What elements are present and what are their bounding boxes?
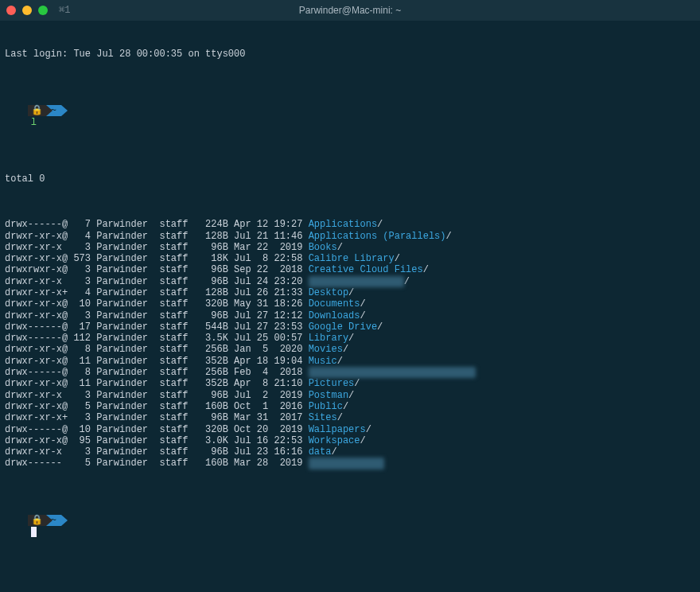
prompt-arrow-icon xyxy=(46,105,52,116)
list-item: drwxr-xr-x+ 3 Parwinder staff 96B Mar 31… xyxy=(5,412,695,423)
dir-suffix: / xyxy=(337,412,343,423)
terminal-cursor[interactable] xyxy=(31,527,37,537)
list-item: drwx------@ 112 Parwinder staff 3.5K Jul… xyxy=(5,333,695,344)
file-meta: drwx------@ 8 Parwinder staff 256B Feb 4… xyxy=(5,367,309,378)
file-meta: drwxr-xr-x 3 Parwinder staff 96B Jul 2 2… xyxy=(5,390,309,401)
list-item: drwxr-xr-x@ 11 Parwinder staff 352B Apr … xyxy=(5,356,695,367)
dir-suffix: / xyxy=(343,344,348,355)
list-item: drwxr-xr-x@ 10 Parwinder staff 320B May … xyxy=(5,298,695,310)
file-meta: drwxrwxr-x@ 3 Parwinder staff 96B Sep 22… xyxy=(5,264,309,275)
file-meta: drwxr-xr-x+ 4 Parwinder staff 128B Jul 2… xyxy=(5,287,309,298)
file-meta: drwxr-xr-x@ 10 Parwinder staff 320B May … xyxy=(5,298,309,310)
lock-icon: 🔒 xyxy=(28,105,46,116)
redacted-filename: ████████ xyxy=(309,276,404,287)
file-name: Public xyxy=(309,401,343,412)
redacted-filename: ████████ xyxy=(309,458,384,469)
file-name: Postman xyxy=(309,390,348,401)
list-item: drwxr-xr-x@ 8 Parwinder staff 256B Jan 5… xyxy=(5,344,695,355)
list-item: drwxr-xr-x 3 Parwinder staff 96B Jul 24 … xyxy=(5,276,695,287)
dir-suffix: / xyxy=(331,446,336,458)
file-name: Desktop xyxy=(309,287,348,298)
dir-suffix: / xyxy=(337,356,343,367)
list-item: drwx------@ 7 Parwinder staff 224B Apr 1… xyxy=(5,219,695,230)
file-meta: drwxr-xr-x 3 Parwinder staff 96B Mar 22 … xyxy=(5,242,309,253)
dir-suffix: / xyxy=(446,231,452,242)
dir-suffix: / xyxy=(348,287,354,298)
list-item: drwxr-xr-x@ 3 Parwinder staff 96B Jul 27… xyxy=(5,310,695,321)
file-meta: drwxr-xr-x@ 3 Parwinder staff 96B Jul 27… xyxy=(5,310,309,321)
file-name: Applications xyxy=(309,219,377,230)
list-item: drwx------@ 10 Parwinder staff 320B Oct … xyxy=(5,424,695,435)
prompt-arrow-icon xyxy=(46,515,52,526)
dir-suffix: / xyxy=(337,242,343,253)
prompt-line-1: 🔒 ~ l xyxy=(5,94,695,139)
list-item: drwxr-xr-x@ 5 Parwinder staff 160B Oct 1… xyxy=(5,401,695,412)
list-item: drwxr-xr-x@ 95 Parwinder staff 3.0K Jul … xyxy=(5,435,695,446)
file-name: Movies xyxy=(309,344,343,355)
dir-suffix: / xyxy=(377,321,383,333)
list-item: drwxr-xr-x 3 Parwinder staff 96B Jul 23 … xyxy=(5,446,695,458)
dir-suffix: / xyxy=(377,219,383,230)
zoom-window-button[interactable] xyxy=(38,6,48,15)
file-meta: drwx------@ 7 Parwinder staff 224B Apr 1… xyxy=(5,219,309,230)
file-meta: drwxr-xr-x@ 11 Parwinder staff 352B Apr … xyxy=(5,356,309,367)
list-item: drwxr-xr-x 3 Parwinder staff 96B Mar 22 … xyxy=(5,242,695,253)
dir-suffix: / xyxy=(348,390,354,401)
list-item: drwx------@ 17 Parwinder staff 544B Jul … xyxy=(5,321,695,333)
list-item: drwxr-xr-x@ 4 Parwinder staff 128B Jul 2… xyxy=(5,231,695,242)
file-meta: drwxr-xr-x 3 Parwinder staff 96B Jul 23 … xyxy=(5,446,309,458)
file-name: Documents xyxy=(309,298,360,310)
traffic-lights xyxy=(6,6,48,15)
typed-command: l xyxy=(31,117,37,128)
dir-suffix: / xyxy=(360,435,365,446)
file-meta: drwxr-xr-x@ 8 Parwinder staff 256B Jan 5… xyxy=(5,344,309,355)
list-item: drwxr-xr-x 3 Parwinder staff 96B Jul 2 2… xyxy=(5,390,695,401)
dir-suffix: / xyxy=(354,378,360,389)
dir-suffix: / xyxy=(395,253,400,264)
file-name: Pictures xyxy=(309,378,355,389)
prompt-arrow-end-icon xyxy=(61,105,68,116)
close-window-button[interactable] xyxy=(6,6,16,15)
prompt-arrow-end-icon xyxy=(61,515,68,526)
prompt-line-2: 🔒 ~ xyxy=(5,504,695,549)
dir-suffix: / xyxy=(360,298,365,310)
redacted-filename: ████████ xyxy=(309,367,476,378)
list-item: drwxr-xr-x+ 4 Parwinder staff 128B Jul 2… xyxy=(5,287,695,298)
file-meta: drwx------@ 10 Parwinder staff 320B Oct … xyxy=(5,424,309,435)
window-title: Parwinder@Mac-mini: ~ xyxy=(299,5,402,16)
dir-suffix: / xyxy=(366,424,371,435)
file-name: data xyxy=(309,446,332,458)
total-line: total 0 xyxy=(5,173,695,185)
list-item: drwx------ 5 Parwinder staff 160B Mar 28… xyxy=(5,458,695,469)
prompt-segments: 🔒 ~ xyxy=(28,515,68,526)
file-name: Downloads xyxy=(309,310,360,321)
file-meta: drwxr-xr-x@ 4 Parwinder staff 128B Jul 2… xyxy=(5,231,309,242)
list-item: drwxr-xr-x@ 11 Parwinder staff 352B Apr … xyxy=(5,378,695,389)
file-meta: drwxr-xr-x@ 5 Parwinder staff 160B Oct 1… xyxy=(5,401,309,412)
file-name: Music xyxy=(309,356,337,367)
file-meta: drwx------@ 17 Parwinder staff 544B Jul … xyxy=(5,321,309,333)
file-name: Applications (Parallels) xyxy=(309,231,446,242)
file-meta: drwxr-xr-x 3 Parwinder staff 96B Jul 24 … xyxy=(5,276,309,287)
list-item: drwxr-xr-x@ 573 Parwinder staff 18K Jul … xyxy=(5,253,695,264)
file-name: Library xyxy=(309,333,348,344)
last-login-line: Last login: Tue Jul 28 00:00:35 on ttys0… xyxy=(5,49,695,60)
terminal-viewport[interactable]: Last login: Tue Jul 28 00:00:35 on ttys0… xyxy=(0,21,700,565)
list-item: drwx------@ 8 Parwinder staff 256B Feb 4… xyxy=(5,367,695,378)
file-meta: drwxr-xr-x+ 3 Parwinder staff 96B Mar 31… xyxy=(5,412,309,423)
tab-shortcut-label: ⌘1 xyxy=(59,5,70,16)
window-titlebar: ⌘1 Parwinder@Mac-mini: ~ xyxy=(0,0,700,21)
lock-icon: 🔒 xyxy=(28,515,46,526)
file-name: Workspace xyxy=(309,435,360,446)
prompt-segments: 🔒 ~ xyxy=(28,105,68,116)
minimize-window-button[interactable] xyxy=(22,6,32,15)
dir-suffix: / xyxy=(423,264,429,275)
file-meta: drwxr-xr-x@ 95 Parwinder staff 3.0K Jul … xyxy=(5,435,309,446)
dir-suffix: / xyxy=(343,401,348,412)
file-name: Sites xyxy=(309,412,337,423)
dir-suffix: / xyxy=(404,276,410,287)
dir-suffix: / xyxy=(360,310,365,321)
file-name: Calibre Library xyxy=(309,253,395,264)
file-meta: drwx------ 5 Parwinder staff 160B Mar 28… xyxy=(5,458,309,469)
dir-suffix: / xyxy=(348,333,354,344)
